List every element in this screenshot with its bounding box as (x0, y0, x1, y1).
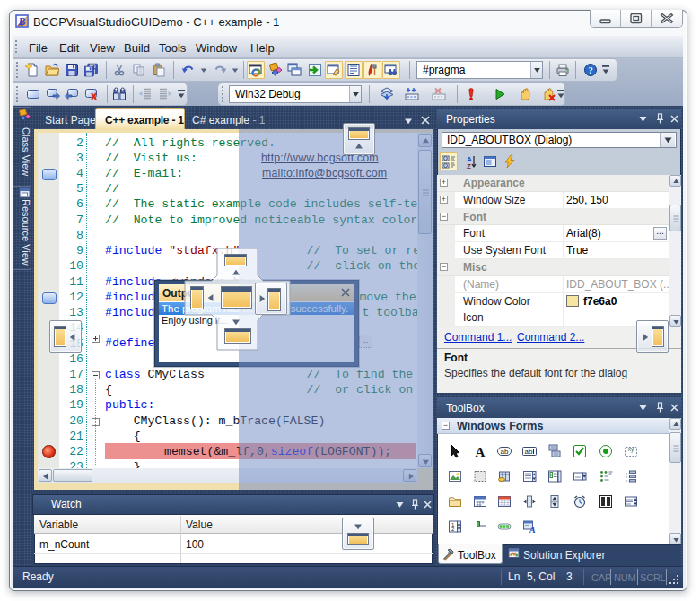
svg-text:B: B (17, 15, 25, 28)
svg-text:A: A (529, 525, 536, 534)
svg-text:A: A (475, 445, 485, 459)
svg-text:xy: xy (627, 446, 634, 453)
svg-text:ab: ab (501, 448, 509, 456)
svg-text:Z: Z (467, 162, 471, 170)
svg-text:?: ? (588, 65, 592, 75)
svg-text:ab: ab (525, 448, 533, 456)
